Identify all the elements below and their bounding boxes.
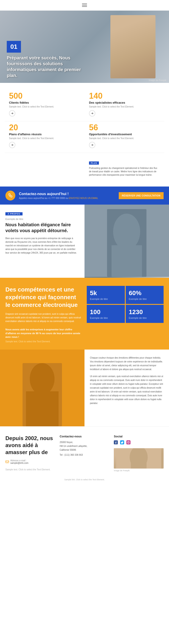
contact-banner: Contactez-nous aujourd'hui ! Appelez-nou…	[0, 186, 169, 204]
comp-cards: 5k Exemple de titre 60% Exemple de titre…	[87, 286, 164, 323]
svg-point-14	[129, 441, 130, 442]
comp-sample: Sample text. Click to select the Text El…	[5, 340, 82, 343]
comp-left: Des compétences et une expérience qui fa…	[5, 286, 82, 343]
svg-point-6	[30, 363, 54, 395]
footer-sample: Sample text. Click to select the Text El…	[5, 468, 55, 471]
detail-section: Chaque couleur évoque des émotions diffé…	[0, 350, 169, 426]
stat-text-1: Sample text. Click to select the Text El…	[89, 105, 160, 108]
footer-tel: Tel : (111) 360 336 663	[60, 454, 110, 456]
comp-card-1: 60% Exemple de titre	[126, 286, 164, 304]
stat-number-2: 20	[9, 124, 80, 132]
detail-img-bg	[0, 350, 84, 426]
footer-right: Social Image de Freepik	[114, 435, 164, 472]
aside-text: Podcasting gestion du changement opérati…	[89, 166, 160, 176]
footer-img-svg	[114, 448, 164, 468]
svg-rect-17	[131, 462, 147, 468]
detail-image	[0, 350, 84, 426]
comp-card-0: 5k Exemple de titre	[87, 286, 125, 304]
about-left: À PROPOS Exemple de titre Nous habitatio…	[0, 204, 84, 278]
comp-title: Des compétences et une expérience qui fa…	[5, 286, 82, 309]
footer-image	[114, 448, 164, 468]
stat-cell-2: 20 Plans d'affaires réussis Sample text.…	[4, 121, 84, 153]
stat-cell-0: 500 Clients fidèles Sample text. Click t…	[4, 90, 84, 121]
footer-email-val: sample@info.com	[10, 462, 28, 464]
svg-rect-3	[112, 245, 142, 277]
email-icon	[5, 460, 9, 464]
stat-label-1: Des spécialistes efficaces	[89, 101, 160, 104]
stat-cell-1: 140 Des spécialistes efficaces Sample te…	[84, 90, 165, 121]
stat-number-0: 500	[9, 92, 80, 100]
about-subtitle: Exemple de titre	[5, 218, 79, 220]
aside-box: PLUS Podcasting gestion du changement op…	[84, 158, 165, 180]
aside-row: PLUS Podcasting gestion du changement op…	[4, 158, 165, 180]
stats-grid: 500 Clients fidèles Sample text. Click t…	[4, 90, 165, 153]
consult-button[interactable]: RÉSERVER UNE CONSULTATION	[119, 192, 164, 199]
about-section: À PROPOS Exemple de titre Nous habitatio…	[0, 204, 169, 278]
comp-card-2: 100 Exemple de titre	[87, 305, 125, 323]
hero-caption: Image de Freepik	[149, 79, 166, 82]
instagram-icon[interactable]	[126, 440, 131, 445]
stat-arrow-0[interactable]	[9, 110, 15, 116]
stat-arrow-2[interactable]	[9, 142, 15, 148]
apropos-badge: À PROPOS	[5, 212, 22, 216]
footer-contact-title: Contactez-nous	[60, 435, 110, 438]
stat-text-2: Sample text. Click to select the Text El…	[9, 137, 80, 140]
hero-title: Préparant votre succès, Nous fournissons…	[7, 55, 92, 78]
detail-img-svg	[0, 350, 84, 426]
comp-desc: Drapeze sint occaecat cupidatat non proi…	[5, 312, 82, 323]
contact-email-link[interactable]: ENVOYEZ-NOUS UN EMAIL	[69, 197, 98, 200]
stat-label-0: Clients fidèles	[9, 101, 80, 104]
contact-phone: +1 777 000 0000	[48, 197, 65, 200]
footer-social-icons	[114, 440, 164, 445]
detail-text-2: Ut enim ad minim veniam, quis nostrud ex…	[90, 374, 164, 405]
about-image	[84, 204, 169, 278]
comp-card-label-2: Exemple de titre	[90, 316, 122, 319]
svg-rect-11	[126, 440, 131, 444]
aside-section: PLUS Podcasting gestion du changement op…	[0, 155, 169, 184]
svg-point-2	[113, 214, 140, 250]
competences-section: Des compétences et une expérience qui fa…	[0, 278, 169, 350]
facebook-icon[interactable]	[114, 440, 118, 445]
comp-card-num-0: 5k	[90, 290, 122, 297]
stat-arrow-3[interactable]	[89, 142, 95, 148]
hero-section: 01 Préparant votre succès, Nous fourniss…	[0, 10, 169, 83]
footer-big-title: Depuis 2002, nous avons aidé à amasser p…	[5, 435, 55, 456]
comp-card-label-3: Exemple de titre	[129, 316, 161, 319]
comp-card-num-1: 60%	[129, 290, 161, 297]
comp-card-num-2: 100	[90, 308, 122, 316]
footer-img-caption: Image de Freepik	[114, 470, 164, 472]
stat-label-3: Opportunités d'investissement	[89, 132, 160, 136]
detail-text-1: Chaque couleur évoque des émotions diffé…	[90, 356, 164, 371]
hero-number: 01	[7, 41, 21, 52]
about-img-svg	[84, 204, 169, 277]
contact-title: Contactez-nous aujourd'hui !	[19, 192, 115, 196]
hero-overlay: 01 Préparant votre succès, Nous fourniss…	[0, 34, 169, 83]
stat-label-2: Plans d'affaires réussis	[9, 132, 80, 136]
svg-rect-8	[6, 461, 9, 463]
svg-rect-7	[26, 391, 59, 426]
footer-social-title: Social	[114, 435, 164, 438]
stat-text-3: Sample text. Click to select the Text El…	[89, 137, 160, 140]
comp-card-label-0: Exemple de titre	[90, 298, 122, 300]
footer-email-row: Adresse e-mail : sample@info.com	[5, 459, 28, 464]
footer-email-label: Adresse e-mail :	[10, 459, 28, 462]
contact-text: Contactez-nous aujourd'hui ! Appelez-nou…	[19, 192, 115, 200]
footer-bottom: Sample link. Click to select the Text El…	[0, 476, 169, 484]
stat-number-1: 140	[89, 92, 160, 100]
stat-number-3: 56	[89, 124, 160, 132]
footer-middle: Contactez-nous 25000 Noyer,Hill Un undef…	[60, 435, 110, 472]
contact-sub: Appelez-nous aujourd'hui au +1 777 000 0…	[19, 197, 115, 200]
stat-cell-3: 56 Opportunités d'investissement Sample …	[84, 121, 165, 153]
about-desc: Bien que nous ne soyons pas la première …	[5, 237, 79, 255]
about-title: Nous habitation élégance faire volets vo…	[5, 222, 79, 234]
plus-badge: PLUS	[89, 162, 99, 164]
footer-address: 25000 Noyer,Hill Un undefined Lafayette,…	[60, 440, 110, 452]
twitter-icon[interactable]	[120, 440, 124, 445]
comp-helped: Nous avons aidé les entreprises à augmen…	[5, 328, 82, 339]
footer-bottom-text: Sample link. Click to select the Text El…	[5, 478, 164, 481]
about-img-bg	[84, 204, 169, 278]
footer-section: Depuis 2002, nous avons aidé à amasser p…	[0, 426, 169, 476]
stat-arrow-1[interactable]	[89, 110, 95, 116]
hamburger-menu[interactable]	[81, 3, 88, 8]
detail-right: Chaque couleur évoque des émotions diffé…	[84, 350, 169, 426]
